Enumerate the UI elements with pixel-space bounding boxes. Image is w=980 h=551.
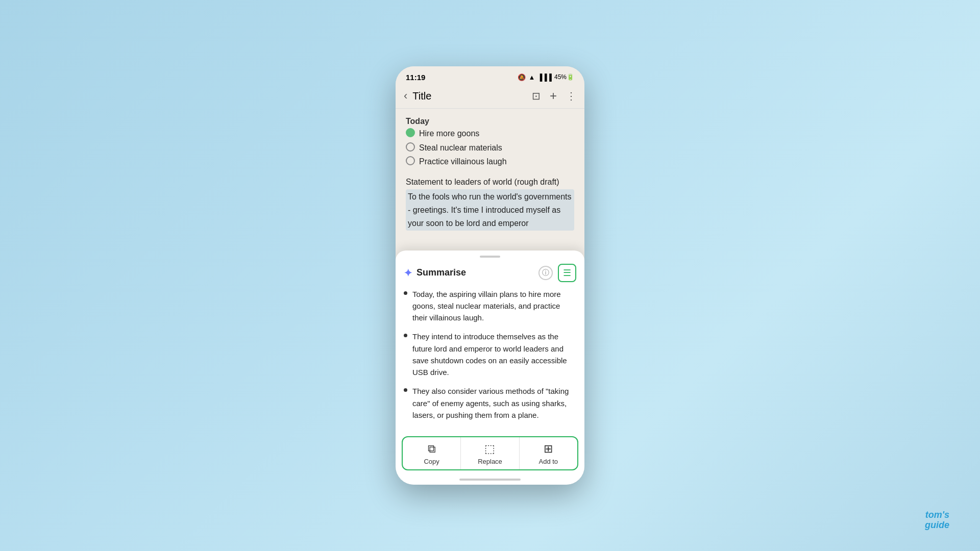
bullet-1 [404,291,407,295]
book-icon[interactable]: ⊡ [532,90,541,102]
paragraph-title: Statement to leaders of world (rough dra… [406,176,574,189]
replace-button[interactable]: ⬚ Replace [461,437,519,469]
status-bar: 11:19 🔕 ▲ ▐▐▐ 45%🔋 [396,66,584,85]
summary-item-1: Today, the aspiring villain plans to hir… [404,288,576,324]
checkbox-1[interactable] [406,128,415,137]
summary-text-2: They intend to introduce themselves as t… [412,331,576,378]
home-indicator [459,479,521,481]
add-to-icon: ⊞ [544,442,553,456]
list-item: Steal nuclear materials [406,141,574,155]
nav-bar: ‹ Title ⊡ + ⋮ [396,85,584,109]
list-item-text-3: Practice villainous laugh [419,155,507,168]
replace-label: Replace [478,458,502,465]
more-options-icon[interactable]: ⋮ [566,90,576,102]
summary-content: Today, the aspiring villain plans to hir… [396,286,584,433]
action-buttons: ⧉ Copy ⬚ Replace ⊞ Add to [402,436,578,470]
list-item-text-2: Steal nuclear materials [419,141,502,155]
info-button[interactable]: ⓘ [538,266,553,280]
mute-icon: 🔕 [518,73,526,81]
list-item: Practice villainous laugh [406,155,574,168]
format-button[interactable]: ☰ [558,264,576,282]
summarise-label: Summarise [416,267,466,278]
nav-right: ⊡ + ⋮ [532,89,576,103]
signal-icon: ▐▐▐ [537,73,552,81]
add-to-button[interactable]: ⊞ Add to [520,437,577,469]
list-item: Hire more goons [406,127,574,140]
watermark: tom's guide [925,510,949,531]
summary-text-3: They also consider various methods of "t… [412,385,576,421]
list-item-text-1: Hire more goons [419,127,479,140]
copy-label: Copy [424,458,439,465]
ai-panel-actions: ⓘ ☰ [538,264,576,282]
summary-text-1: Today, the aspiring villain plans to hir… [412,288,576,324]
paragraph-body: To the fools who run the world's governm… [406,189,574,231]
document-title: Title [412,90,431,102]
nav-left: ‹ Title [404,89,431,103]
summary-item-3: They also consider various methods of "t… [404,385,576,421]
copy-button[interactable]: ⧉ Copy [403,437,461,469]
status-icons: 🔕 ▲ ▐▐▐ 45%🔋 [518,73,574,81]
checkbox-2[interactable] [406,142,415,152]
ai-panel-title: ✦ Summarise [404,267,466,279]
note-content: Today Hire more goons Steal nuclear mate… [396,109,584,251]
ai-panel: ✦ Summarise ⓘ ☰ Today, the aspiring vill… [396,251,584,485]
sparkle-icon: ✦ [404,267,412,279]
bullet-2 [404,334,407,337]
phone-frame: 11:19 🔕 ▲ ▐▐▐ 45%🔋 ‹ Title ⊡ + ⋮ Today H… [396,66,584,485]
back-button[interactable]: ‹ [404,89,407,103]
add-icon[interactable]: + [550,89,557,103]
ai-panel-header: ✦ Summarise ⓘ ☰ [396,258,584,286]
paragraph-block: Statement to leaders of world (rough dra… [406,176,574,231]
bullet-3 [404,388,407,392]
status-time: 11:19 [406,73,425,82]
battery-icon: 45%🔋 [554,73,574,81]
add-to-label: Add to [539,458,558,465]
watermark-line1: tom's [925,510,949,520]
watermark-line2: guide [925,520,949,531]
summary-item-2: They intend to introduce themselves as t… [404,331,576,378]
copy-icon: ⧉ [428,442,436,456]
replace-icon: ⬚ [484,442,495,456]
note-date: Today [406,117,574,126]
wifi-icon: ▲ [528,73,535,81]
checkbox-3[interactable] [406,156,415,165]
